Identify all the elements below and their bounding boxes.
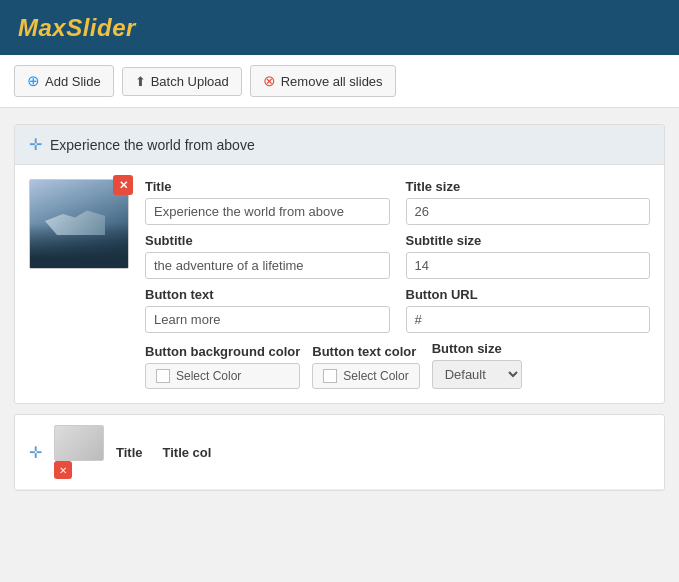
logo-letter-s: S	[66, 14, 83, 41]
title-label: Title	[145, 179, 390, 194]
subtitle-label: Subtitle	[145, 233, 390, 248]
partial-title-size-header: Title col	[163, 445, 212, 460]
slide-card-2: ✛ ✕ Title Title col	[14, 414, 665, 491]
add-slide-label: Add Slide	[45, 74, 101, 89]
upload-icon: ⬆	[135, 74, 146, 89]
button-size-label: Button size	[432, 341, 522, 356]
text-color-swatch	[323, 369, 337, 383]
subtitle-input[interactable]	[145, 252, 390, 279]
button-text-color-text: Select Color	[343, 369, 408, 383]
remove-all-button[interactable]: ⊗ Remove all slides	[250, 65, 396, 97]
remove-slide-button-2[interactable]: ✕	[54, 461, 72, 479]
remove-circle-icon: ⊗	[263, 72, 276, 90]
slide-card-1: ✛ Experience the world from above ✕ Titl…	[14, 124, 665, 404]
slide-fields-1: Title Title size Subtitle Subtitle size	[145, 179, 650, 389]
subtitle-size-input[interactable]	[406, 252, 651, 279]
partial-title-header: Title	[116, 445, 143, 460]
title-size-label: Title size	[406, 179, 651, 194]
slide-image-wrap-1: ✕	[29, 179, 129, 389]
partial-field-headers: Title Title col	[116, 445, 650, 460]
partial-slide-row: ✛ ✕ Title Title col	[15, 415, 664, 490]
drag-handle-icon-2[interactable]: ✛	[29, 443, 42, 462]
app-logo: MaxSlider	[18, 14, 136, 42]
title-size-input[interactable]	[406, 198, 651, 225]
add-slide-button[interactable]: ⊕ Add Slide	[14, 65, 114, 97]
button-text-color-label: Button text color	[312, 344, 419, 359]
color-row: Button background color Select Color But…	[145, 341, 650, 389]
button-text-label: Button text	[145, 287, 390, 302]
slide-thumbnail-2	[54, 425, 104, 461]
main-content: ✛ Experience the world from above ✕ Titl…	[0, 108, 679, 507]
subtitle-field-group: Subtitle	[145, 233, 390, 279]
button-size-group: Button size Default Small Large	[432, 341, 522, 389]
plus-circle-icon: ⊕	[27, 72, 40, 90]
button-bg-color-label: Button background color	[145, 344, 300, 359]
button-text-color-group: Button text color Select Color	[312, 344, 419, 389]
logo-text-max: Max	[18, 14, 66, 41]
button-url-label: Button URL	[406, 287, 651, 302]
remove-all-label: Remove all slides	[281, 74, 383, 89]
app-header: MaxSlider	[0, 0, 679, 55]
batch-upload-button[interactable]: ⬆ Batch Upload	[122, 67, 242, 96]
title-input[interactable]	[145, 198, 390, 225]
slide-body-1: ✕ Title Title size Subtitle	[15, 165, 664, 403]
slide-header-1: ✛ Experience the world from above	[15, 125, 664, 165]
bg-color-swatch	[156, 369, 170, 383]
title-size-field-group: Title size	[406, 179, 651, 225]
drag-handle-icon[interactable]: ✛	[29, 135, 42, 154]
button-size-select[interactable]: Default Small Large	[432, 360, 522, 389]
button-text-input[interactable]	[145, 306, 390, 333]
subtitle-size-field-group: Subtitle size	[406, 233, 651, 279]
button-url-field-group: Button URL	[406, 287, 651, 333]
remove-slide-button-1[interactable]: ✕	[113, 175, 133, 195]
logo-text-lider: lider	[83, 14, 136, 41]
button-url-input[interactable]	[406, 306, 651, 333]
button-bg-color-picker[interactable]: Select Color	[145, 363, 300, 389]
slide-header-title-1: Experience the world from above	[50, 137, 255, 153]
button-text-color-picker[interactable]: Select Color	[312, 363, 419, 389]
partial-image-wrap: ✕	[54, 425, 104, 479]
subtitle-size-label: Subtitle size	[406, 233, 651, 248]
title-field-group: Title	[145, 179, 390, 225]
batch-upload-label: Batch Upload	[151, 74, 229, 89]
button-bg-color-group: Button background color Select Color	[145, 344, 300, 389]
button-text-field-group: Button text	[145, 287, 390, 333]
button-bg-color-text: Select Color	[176, 369, 241, 383]
toolbar: ⊕ Add Slide ⬆ Batch Upload ⊗ Remove all …	[0, 55, 679, 108]
